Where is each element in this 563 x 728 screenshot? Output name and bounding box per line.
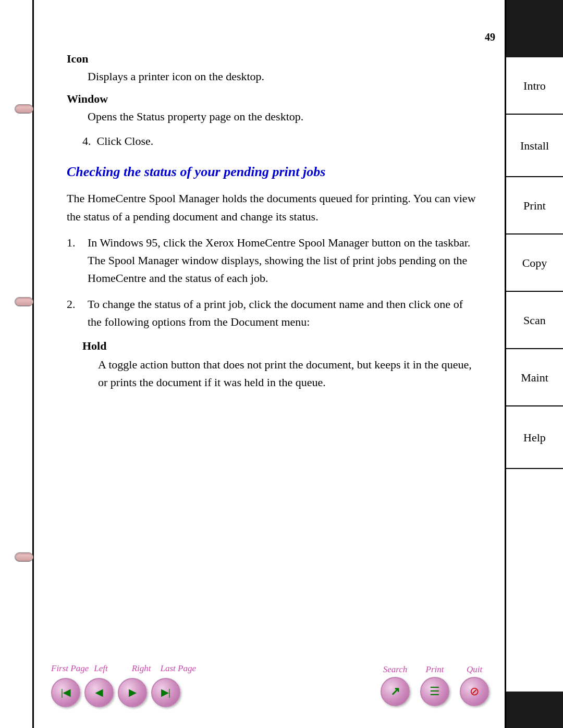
sidebar-tab-intro-label: Intro <box>523 79 546 93</box>
step2-number: 2. <box>67 295 88 331</box>
print-nav-icon: ☰ <box>430 685 440 698</box>
sidebar-tab-help[interactable]: Help <box>506 406 563 469</box>
search-nav-icon: ↗ <box>390 685 400 698</box>
sidebar-tab-copy[interactable]: Copy <box>506 235 563 292</box>
sidebar-tab-maint-label: Maint <box>521 371 548 385</box>
step1-text: In Windows 95, click the Xerox HomeCentr… <box>88 234 479 287</box>
nav-label-right: Right <box>132 663 151 674</box>
nav-label-quit: Quit <box>467 664 482 675</box>
nav-bottom-buttons: |◀ ◀ ▶ ▶| <box>51 678 180 707</box>
sidebar-tab-install[interactable]: Install <box>506 115 563 177</box>
first-page-icon: |◀ <box>61 687 70 698</box>
sidebar-tab-install-label: Install <box>520 139 549 153</box>
left-icon: ◀ <box>95 687 103 698</box>
step2-text: To change the status of a print job, cli… <box>88 295 479 331</box>
last-page-icon: ▶| <box>161 687 170 698</box>
hold-term-label: Hold <box>82 339 479 353</box>
first-page-button[interactable]: |◀ <box>51 678 80 707</box>
sidebar-tab-scan-label: Scan <box>523 314 546 327</box>
sidebar-top-accent <box>506 0 563 57</box>
sidebar-tab-maint[interactable]: Maint <box>506 349 563 406</box>
click-close-item: 4. Click Close. <box>82 132 479 150</box>
window-term-label: Window <box>67 92 479 106</box>
sidebar-tab-copy-label: Copy <box>522 256 547 270</box>
step2-container: 2. To change the status of a print job, … <box>67 295 479 331</box>
search-nav-group: Search ↗ <box>381 664 410 706</box>
window-term-desc: Opens the Status property page on the de… <box>88 108 479 125</box>
nav-top-labels: First Page Left Right Last Page <box>51 663 196 676</box>
icon-term-desc: Displays a printer icon on the desktop. <box>88 68 479 85</box>
sidebar-tab-intro[interactable]: Intro <box>506 57 563 115</box>
sidebar-tab-print-label: Print <box>523 199 546 213</box>
content-body: Icon Displays a printer icon on the desk… <box>67 52 479 391</box>
icon-term-label: Icon <box>67 52 479 66</box>
sidebar-bottom-accent <box>506 692 563 728</box>
navigation-bar: First Page Left Right Last Page |◀ ◀ ▶ ▶… <box>35 663 505 707</box>
binding-ring-1 <box>15 104 33 114</box>
nav-label-print: Print <box>426 664 444 675</box>
intro-paragraph: The HomeCentre Spool Manager holds the d… <box>67 190 479 225</box>
right-icon: ▶ <box>129 687 136 698</box>
left-button[interactable]: ◀ <box>84 678 114 707</box>
nav-label-last: Last Page <box>161 663 196 674</box>
sidebar-tab-scan[interactable]: Scan <box>506 292 563 349</box>
right-sidebar: Intro Install Print Copy Scan Maint Help <box>505 0 563 728</box>
nav-label-first: First Page <box>51 663 89 674</box>
step1-number: 1. <box>67 234 88 287</box>
quit-icon: ⊘ <box>470 685 479 698</box>
binding-ring-2 <box>15 297 33 306</box>
step1-container: 1. In Windows 95, click the Xerox HomeCe… <box>67 234 479 287</box>
section-heading: Checking the status of your pending prin… <box>67 163 479 181</box>
hold-term-desc: A toggle action button that does not pri… <box>98 356 479 391</box>
quit-nav-group: Quit ⊘ <box>460 664 489 706</box>
search-button[interactable]: ↗ <box>381 677 410 706</box>
left-binding <box>0 0 35 728</box>
print-button[interactable]: ☰ <box>420 677 449 706</box>
last-page-button[interactable]: ▶| <box>151 678 180 707</box>
binding-ring-3 <box>15 552 33 562</box>
right-button[interactable]: ▶ <box>118 678 147 707</box>
quit-button[interactable]: ⊘ <box>460 677 489 706</box>
nav-label-left: Left <box>94 663 107 674</box>
nav-label-search: Search <box>383 664 408 675</box>
nav-right-section: Search ↗ Print ☰ Quit ⊘ <box>381 664 489 706</box>
left-nav-container: First Page Left Right Last Page |◀ ◀ ▶ ▶… <box>51 663 196 707</box>
sidebar-tab-help-label: Help <box>523 431 546 445</box>
sidebar-tab-print[interactable]: Print <box>506 177 563 235</box>
main-content: Icon Displays a printer icon on the desk… <box>35 0 505 728</box>
print-nav-group: Print ☰ <box>420 664 449 706</box>
